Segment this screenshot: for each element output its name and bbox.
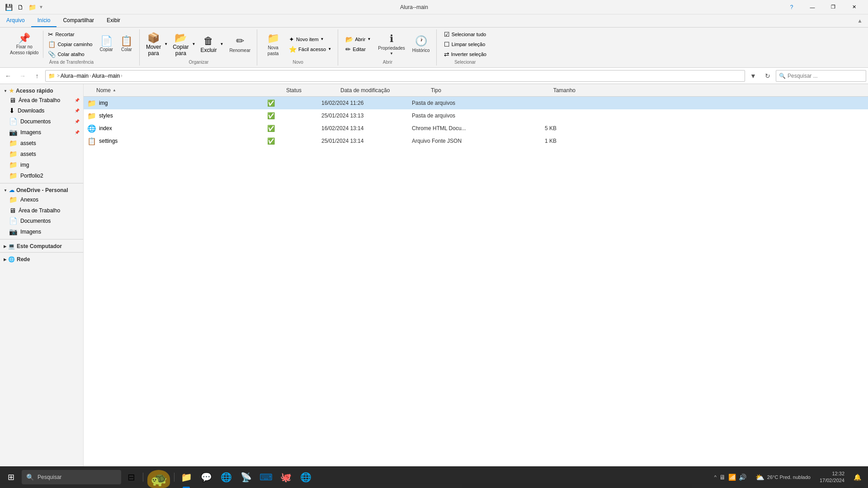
inverter-selecao-btn[interactable]: ⇄ Inverter seleção bbox=[441, 50, 489, 59]
sidebar-item-imagens-od[interactable]: 📷 Imagens bbox=[0, 226, 83, 237]
folder-icon-1: 📁 bbox=[9, 139, 18, 147]
abrir-label: Abrir bbox=[383, 60, 392, 66]
copiar-para-arrow[interactable]: ▼ bbox=[191, 30, 197, 58]
col-date[interactable]: Data de modificação bbox=[340, 87, 431, 94]
selecionar-tudo-btn[interactable]: ☑ Selecionar tudo bbox=[441, 30, 489, 39]
ribbon-collapse-btn[interactable]: ▲ bbox=[855, 16, 864, 26]
taskbar-mascot[interactable] bbox=[145, 466, 172, 488]
renomear-btn[interactable]: ✏ Renomear bbox=[226, 33, 253, 55]
notification-icon[interactable]: 🔔 bbox=[850, 466, 864, 488]
task-view-btn[interactable]: ⊟ bbox=[121, 466, 141, 488]
excluir-main[interactable]: 🗑 Excluir bbox=[198, 33, 218, 55]
copiar-para-btn[interactable]: 📂 Copiarpara ▼ bbox=[171, 30, 197, 58]
nova-pasta-btn[interactable]: 📁 Novapasta bbox=[262, 31, 284, 58]
taskbar-discord-icon[interactable]: 💬 bbox=[196, 466, 216, 488]
taskbar-chrome1-icon[interactable]: 🌐 bbox=[216, 466, 236, 488]
sidebar-item-documentos-od[interactable]: 📄 Documentos bbox=[0, 216, 83, 226]
new-folder-icon[interactable]: 🗋 bbox=[15, 2, 25, 12]
excluir-arrow[interactable]: ▼ bbox=[218, 33, 225, 55]
col-status[interactable]: Status bbox=[286, 87, 340, 94]
mover-para-main[interactable]: 📦 Moverpara bbox=[144, 30, 163, 58]
back-button[interactable]: ← bbox=[2, 70, 14, 82]
taskbar-github-icon[interactable]: 🐙 bbox=[276, 466, 296, 488]
taskbar-filezilla-icon[interactable]: 📡 bbox=[236, 466, 256, 488]
sidebar-item-documentos[interactable]: 📄 Documentos 📌 bbox=[0, 116, 83, 127]
table-row[interactable]: 📁 img ✅ 16/02/2024 11:26 Pasta de arquiv… bbox=[84, 97, 868, 109]
fixar-btn[interactable]: 📌 Fixar no Acesso rápido bbox=[7, 32, 41, 57]
file-status-index: ✅ bbox=[267, 125, 321, 132]
taskbar-weather[interactable]: ⛅ 26°C Pred. nublado bbox=[752, 466, 814, 488]
table-row[interactable]: 🌐 index ✅ 16/02/2024 13:14 Chrome HTML D… bbox=[84, 122, 868, 135]
taskbar-sep-1 bbox=[143, 473, 143, 482]
taskbar-chrome2-icon[interactable]: 🌐 bbox=[296, 466, 316, 488]
novo-item-btn[interactable]: ✦ Novo item ▼ bbox=[286, 35, 334, 44]
colar-atalho-btn[interactable]: 📎 Colar atalho bbox=[45, 50, 95, 59]
breadcrumb-item-2[interactable]: Alura--main bbox=[92, 73, 120, 79]
sidebar-item-anexos[interactable]: 📁 Anexos bbox=[0, 194, 83, 205]
recortar-btn[interactable]: ✂ Recortar bbox=[45, 30, 95, 39]
sidebar-onedrive-header[interactable]: ▼ ☁ OneDrive - Personal bbox=[0, 185, 83, 194]
taskbar-search[interactable]: 🔍 Pesquisar bbox=[22, 470, 121, 484]
clock-time: 12:32 bbox=[832, 470, 844, 477]
colar-btn[interactable]: 📋 Colar bbox=[118, 34, 136, 54]
col-type[interactable]: Tipo bbox=[431, 87, 521, 94]
excluir-btn[interactable]: 🗑 Excluir ▼ bbox=[198, 33, 225, 55]
col-name[interactable]: Nome ▲ bbox=[96, 87, 286, 94]
file-name-settings: 📋 settings bbox=[87, 137, 267, 145]
sidebar-quick-access-header[interactable]: ▼ ★ Acesso rápido bbox=[0, 86, 83, 95]
start-button[interactable]: ⊞ bbox=[0, 466, 22, 488]
sidebar-item-downloads[interactable]: ⬇ Downloads 📌 bbox=[0, 105, 83, 116]
taskbar-explorer-icon[interactable]: 📁 bbox=[176, 466, 196, 488]
organizar-label: Organizar bbox=[189, 60, 209, 66]
limpar-selecao-btn[interactable]: ☐ Limpar seleção bbox=[441, 40, 489, 49]
search-input[interactable] bbox=[788, 73, 863, 79]
col-size[interactable]: Tamanho bbox=[521, 87, 576, 94]
sidebar-item-imagens[interactable]: 📷 Imagens 📌 bbox=[0, 127, 83, 138]
dropdown-button[interactable]: ▼ bbox=[747, 70, 760, 82]
propriedades-btn[interactable]: ℹ Propriedades ▼ bbox=[375, 31, 407, 57]
sidebar-rede-header[interactable]: ▶ 🌐 Rede bbox=[0, 254, 83, 263]
forward-button[interactable]: → bbox=[16, 70, 29, 82]
sidebar-item-area-trabalho-od[interactable]: 🖥 Área de Trabalho bbox=[0, 205, 83, 216]
sort-name-icon: ▲ bbox=[113, 88, 116, 92]
taskbar-system-tray[interactable]: ^ 🖥 📶 🔊 bbox=[711, 466, 750, 488]
sidebar-item-assets2[interactable]: 📁 assets bbox=[0, 149, 83, 160]
file-type-index: Chrome HTML Docu... bbox=[412, 125, 502, 131]
restore-button[interactable]: ❐ bbox=[823, 0, 844, 14]
sidebar-item-img[interactable]: 📁 img bbox=[0, 160, 83, 170]
folder-anexos-icon: 📁 bbox=[9, 196, 18, 204]
minimize-button[interactable]: — bbox=[802, 0, 823, 14]
copiar-para-main[interactable]: 📂 Copiarpara bbox=[171, 30, 190, 58]
mover-para-btn[interactable]: 📦 Moverpara ▼ bbox=[144, 30, 169, 58]
copiar-btn[interactable]: 📄 Copiar bbox=[97, 34, 115, 54]
breadcrumb-item-1[interactable]: Alura--main bbox=[61, 73, 89, 79]
properties-icon[interactable]: 📁 bbox=[27, 2, 37, 12]
abrir-btn[interactable]: 📂 Abrir ▼ bbox=[343, 35, 373, 44]
editar-btn[interactable]: ✏ Editar bbox=[343, 45, 373, 54]
taskbar-vscode-icon[interactable]: ⌨ bbox=[256, 466, 276, 488]
up-button[interactable]: ↑ bbox=[31, 70, 43, 82]
close-button[interactable]: ✕ bbox=[844, 0, 864, 14]
tab-exibir[interactable]: Exibir bbox=[100, 14, 127, 27]
historico-btn[interactable]: 🕐 Histórico bbox=[410, 33, 433, 55]
tab-inicio[interactable]: Início bbox=[31, 14, 57, 27]
facil-acesso-btn[interactable]: ⭐ Fácil acesso ▼ bbox=[286, 45, 334, 54]
sidebar-item-area-trabalho[interactable]: 🖥 Área de Trabalho 📌 bbox=[0, 95, 83, 105]
address-bar[interactable]: 📁 > Alura--main › Alura--main › bbox=[45, 70, 745, 82]
transferencia-label: Área de Transferência bbox=[49, 60, 94, 66]
file-table-header: Nome ▲ Status Data de modificação Tipo T… bbox=[84, 84, 868, 97]
tab-arquivo[interactable]: Arquivo bbox=[0, 14, 31, 27]
help-button[interactable]: ? bbox=[781, 0, 802, 14]
mover-para-arrow[interactable]: ▼ bbox=[163, 30, 169, 58]
ribbon-group-selecionar: ☑ Selecionar tudo ☐ Limpar seleção ⇄ Inv… bbox=[438, 29, 493, 66]
tab-compartilhar[interactable]: Compartilhar bbox=[57, 14, 100, 27]
sidebar-item-portfolio2[interactable]: 📁 Portfolio2 bbox=[0, 170, 83, 181]
table-row[interactable]: 📁 styles ✅ 25/01/2024 13:13 Pasta de arq… bbox=[84, 109, 868, 122]
taskbar-clock[interactable]: 12:32 17/02/2024 bbox=[816, 470, 848, 484]
table-row[interactable]: 📋 settings ✅ 25/01/2024 13:14 Arquivo Fo… bbox=[84, 135, 868, 147]
copiar-caminho-btn[interactable]: 📋 Copiar caminho bbox=[45, 40, 95, 49]
sidebar-item-assets1[interactable]: 📁 assets bbox=[0, 138, 83, 149]
save-icon[interactable]: 💾 bbox=[4, 2, 14, 12]
refresh-button[interactable]: ↻ bbox=[761, 70, 774, 82]
sidebar-computador-header[interactable]: ▶ 💻 Este Computador bbox=[0, 241, 83, 250]
